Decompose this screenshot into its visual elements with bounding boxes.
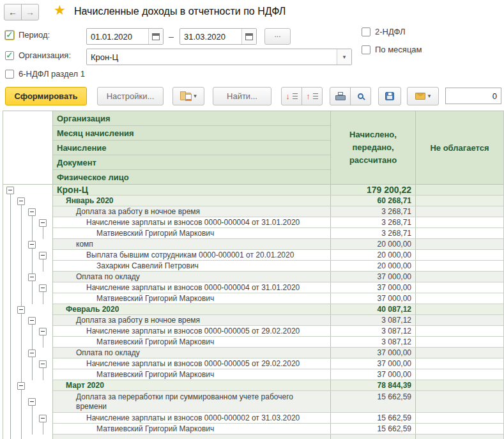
period-from-value[interactable]: 01.01.2020	[87, 29, 148, 44]
ndfl6-checkbox[interactable]: 6-НДФЛ раздел 1	[5, 69, 85, 79]
row-value-cell[interactable]: 15 662,59	[331, 424, 416, 434]
row-value-cell[interactable]: 20 000,00	[331, 250, 416, 260]
tree-expander[interactable]	[39, 415, 47, 422]
row-exempt-cell[interactable]	[416, 196, 503, 206]
row-text-cell[interactable]: Начисление зарплаты и взносов 0000-00000…	[53, 413, 331, 423]
tree-expander[interactable]	[28, 398, 36, 406]
tree-expander[interactable]	[17, 382, 25, 390]
period-checkbox[interactable]: Период:	[5, 30, 50, 40]
tree-expander[interactable]	[6, 187, 14, 194]
row-value-cell[interactable]: 3 087,12	[331, 337, 416, 347]
calendar-button[interactable]	[148, 29, 163, 44]
row-text-cell[interactable]: Февраль 2020	[53, 304, 331, 314]
row-text-cell[interactable]: Выплата бывшим сотрудникам 0000-000001 о…	[53, 250, 331, 260]
print-button[interactable]	[330, 87, 351, 105]
favorite-star-icon[interactable]: ★	[54, 3, 66, 18]
row-exempt-cell[interactable]	[416, 315, 503, 325]
row-exempt-cell[interactable]	[416, 391, 503, 412]
row-text-cell[interactable]: Матвиевский Григорий Маркович	[53, 228, 331, 238]
row-value-cell[interactable]: 37 000,00	[331, 293, 416, 304]
save-button[interactable]	[378, 87, 401, 105]
row-text-cell[interactable]: Начисление зарплаты и взносов 0000-00000…	[53, 217, 331, 227]
row-exempt-cell[interactable]	[416, 435, 503, 439]
tree-expander[interactable]	[39, 284, 47, 292]
ndfl2-checkbox[interactable]: 2-НДФЛ	[362, 27, 405, 36]
email-button[interactable]: ▾	[407, 87, 439, 105]
row-value-cell[interactable]: 15 662,59	[331, 391, 416, 412]
row-text-cell[interactable]: Доплата за работу в ночное время	[53, 315, 331, 325]
back-button[interactable]: ←	[4, 4, 22, 20]
tree-expander[interactable]	[28, 208, 36, 216]
tree-expander[interactable]	[39, 252, 47, 259]
row-text-cell[interactable]: Захаркин Савелий Петрович	[53, 261, 331, 271]
row-value-cell[interactable]: 40 087,12	[331, 304, 416, 314]
row-text-cell[interactable]: Матвиевский Григорий Маркович	[53, 369, 331, 380]
counter-input[interactable]	[445, 88, 501, 104]
period-from-input[interactable]: 01.01.2020	[86, 28, 164, 45]
row-value-cell[interactable]: 37 000,00	[331, 282, 416, 293]
row-text-cell[interactable]: Начисление зарплаты и взносов 0000-00000…	[53, 326, 331, 336]
row-text-cell[interactable]: Январь 2020	[53, 196, 331, 206]
row-exempt-cell[interactable]	[416, 185, 503, 195]
row-exempt-cell[interactable]	[416, 348, 503, 358]
row-value-cell[interactable]	[331, 435, 416, 439]
row-exempt-cell[interactable]	[416, 228, 503, 238]
row-value-cell[interactable]: 37 000,00	[331, 348, 416, 358]
row-exempt-cell[interactable]	[416, 326, 503, 336]
tree-expander[interactable]	[17, 197, 25, 205]
row-text-cell[interactable]: Оплата по окладу	[53, 348, 331, 358]
row-exempt-cell[interactable]	[416, 424, 503, 434]
row-exempt-cell[interactable]	[416, 413, 503, 423]
row-value-cell[interactable]: 3 268,71	[331, 206, 416, 217]
tree-expander[interactable]	[17, 306, 25, 314]
combo-dropdown-button[interactable]: ▾	[337, 49, 351, 65]
row-value-cell[interactable]: 179 200,22	[331, 185, 416, 195]
by-months-checkbox[interactable]: По месяцам	[362, 45, 422, 54]
forward-button[interactable]: →	[21, 4, 39, 20]
row-exempt-cell[interactable]	[416, 272, 503, 282]
row-text-cell[interactable]: Доплата за переработки при суммированном…	[53, 391, 331, 412]
row-exempt-cell[interactable]	[416, 239, 503, 249]
row-text-cell[interactable]: Доплата за работу в ночное время	[53, 206, 331, 217]
row-value-cell[interactable]: 20 000,00	[331, 261, 416, 271]
organization-checkbox[interactable]: Организация:	[5, 50, 71, 60]
row-value-cell[interactable]: 15 662,59	[331, 413, 416, 423]
period-to-input[interactable]: 31.03.2020	[179, 28, 257, 45]
row-exempt-cell[interactable]	[416, 217, 503, 227]
tree-expander[interactable]	[28, 241, 36, 249]
row-exempt-cell[interactable]	[416, 304, 503, 314]
find-button[interactable]: Найти...	[213, 87, 271, 105]
row-value-cell[interactable]: 3 268,71	[331, 217, 416, 227]
expand-groups-button[interactable]: ↓	[281, 87, 302, 105]
period-more-button[interactable]: ...	[264, 28, 291, 45]
row-exempt-cell[interactable]	[416, 206, 503, 217]
tree-expander[interactable]	[28, 317, 36, 325]
collapse-groups-button[interactable]: ↑	[302, 87, 323, 105]
tree-expander[interactable]	[28, 350, 36, 357]
row-exempt-cell[interactable]	[416, 293, 503, 304]
row-value-cell[interactable]: 37 000,00	[331, 369, 416, 380]
row-value-cell[interactable]: 3 087,12	[331, 326, 416, 336]
row-value-cell[interactable]: 20 000,00	[331, 239, 416, 249]
row-text-cell[interactable]: Матвиевский Григорий Маркович	[53, 293, 331, 304]
settings-button[interactable]: Настройки...	[97, 87, 164, 105]
organization-value[interactable]: Крон-Ц	[87, 49, 337, 65]
row-text-cell[interactable]: Матвиевский Григорий Маркович	[53, 337, 331, 347]
organization-combo[interactable]: Крон-Ц ▾	[86, 49, 352, 65]
row-value-cell[interactable]: 3 268,71	[331, 228, 416, 238]
tree-expander[interactable]	[39, 360, 47, 368]
tree-expander[interactable]	[39, 219, 47, 227]
print-preview-button[interactable]	[350, 87, 371, 105]
row-exempt-cell[interactable]	[416, 261, 503, 271]
row-value-cell[interactable]: 60 268,71	[331, 196, 416, 206]
row-text-cell[interactable]: Март 2020	[53, 380, 331, 390]
tree-expander[interactable]	[28, 273, 36, 281]
row-value-cell[interactable]: 3 087,12	[331, 315, 416, 325]
row-text-cell[interactable]: Матвиевский Григорий Маркович	[53, 424, 331, 434]
row-exempt-cell[interactable]	[416, 380, 503, 390]
row-value-cell[interactable]: 37 000,00	[331, 358, 416, 369]
row-exempt-cell[interactable]	[416, 358, 503, 369]
row-text-cell[interactable]: Оплата по окладу	[53, 272, 331, 282]
tree-expander[interactable]	[39, 328, 47, 335]
row-exempt-cell[interactable]	[416, 282, 503, 293]
